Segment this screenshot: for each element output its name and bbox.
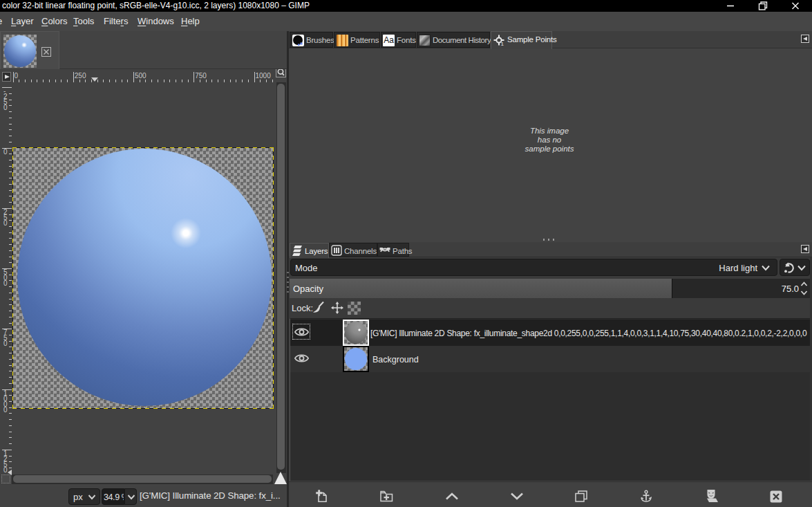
- svg-text:1: 1: [501, 41, 504, 46]
